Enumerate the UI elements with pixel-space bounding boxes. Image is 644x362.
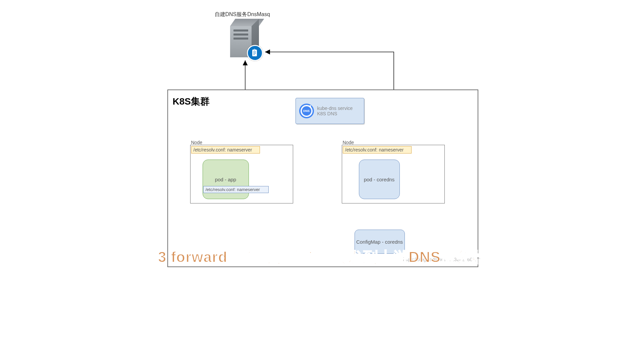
left-node-label: Node [191, 140, 202, 145]
server-icon [230, 19, 259, 57]
diagram-canvas: 自建DNS服务DnsMasq K8S集群 DNS kube-dns servic… [78, 0, 567, 274]
top-label: 自建DNS服务DnsMasq [215, 11, 270, 18]
pod-app-resolv: /etc/resolv.conf: nameserver [203, 186, 269, 193]
right-nameserver: /etc/resolv.conf: nameserver [343, 146, 412, 154]
pod-coredns: pod - coredns [359, 160, 400, 199]
cluster-title: K8S集群 [173, 95, 210, 108]
left-nameserver: /etc/resolv.conf: nameserver [191, 146, 260, 154]
caption-text: 3 forward插件用于将查询转发到上游DNS服务器 [78, 247, 567, 267]
right-node-label: Node [343, 140, 354, 145]
configmap-label: ConfigMap - coredns [356, 239, 403, 245]
kube-dns-line1: kube-dns service [317, 106, 353, 111]
dns-icon: DNS [299, 104, 314, 118]
kube-dns-line2: K8S DNS [317, 111, 353, 116]
pod-coredns-label: pod - coredns [364, 177, 395, 182]
pod-app-label: pod - app [215, 177, 236, 182]
clipboard-icon [247, 45, 263, 61]
kube-dns-box: DNS kube-dns service K8S DNS [296, 98, 364, 124]
pod-app: pod - app [203, 160, 249, 199]
